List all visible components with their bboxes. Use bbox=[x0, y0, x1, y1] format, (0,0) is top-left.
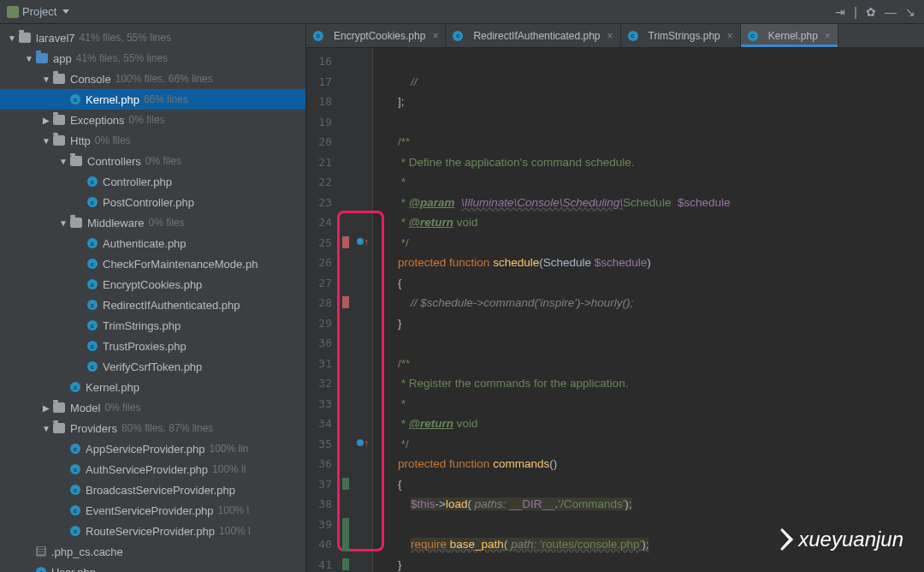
tree-row[interactable]: cKernel.php bbox=[0, 377, 305, 397]
tree-row[interactable]: cBroadcastServiceProvider.php bbox=[0, 480, 305, 500]
folder-icon bbox=[53, 115, 65, 125]
tree-row[interactable]: cVerifyCsrfToken.php bbox=[0, 356, 305, 377]
tree-label: app bbox=[53, 52, 72, 65]
more-icon[interactable]: ↘ bbox=[905, 5, 915, 19]
folder-icon bbox=[70, 156, 82, 166]
tree-row[interactable]: cRedirectIfAuthenticated.php bbox=[0, 295, 305, 315]
close-icon[interactable]: × bbox=[432, 30, 438, 42]
tree-row[interactable]: cEncryptCookies.php bbox=[0, 274, 305, 295]
editor-tabs: cEncryptCookies.php×cRedirectIfAuthentic… bbox=[306, 24, 924, 48]
tree-label: AppServiceProvider.php bbox=[86, 443, 204, 456]
close-icon[interactable]: × bbox=[607, 30, 613, 42]
tree-row[interactable]: ▼Controllers0% files bbox=[0, 151, 305, 171]
file-icon: c bbox=[36, 567, 46, 572]
tree-row[interactable]: cPostController.php bbox=[0, 192, 305, 212]
vcs-gutter: ↑↑ bbox=[337, 48, 373, 572]
tree-row[interactable]: cUser.php bbox=[0, 562, 305, 572]
file-icon: c bbox=[87, 176, 98, 187]
tree-row[interactable]: cController.php bbox=[0, 171, 305, 192]
generic-icon bbox=[36, 546, 46, 557]
collapse-icon[interactable]: ⇥ bbox=[835, 5, 845, 19]
tree-label: PostController.php bbox=[103, 196, 194, 209]
project-tree[interactable]: ▼laravel741% files, 55% lines▼app41% fil… bbox=[0, 24, 306, 572]
folder-icon bbox=[70, 217, 82, 228]
tree-label: TrimStrings.php bbox=[103, 319, 181, 332]
file-icon: c bbox=[70, 505, 80, 515]
tree-row[interactable]: cAuthServiceProvider.php100% li bbox=[0, 459, 305, 480]
tree-row[interactable]: ▶Model0% files bbox=[0, 397, 305, 418]
tree-label: laravel7 bbox=[36, 32, 75, 45]
tree-row[interactable]: .php_cs.cache bbox=[0, 541, 305, 562]
tree-label: TrustProxies.php bbox=[103, 340, 187, 353]
tree-label: Kernel.php bbox=[86, 381, 139, 394]
folder-icon bbox=[53, 135, 65, 146]
code-editor[interactable]: // ]; /** * Define the application's com… bbox=[373, 48, 924, 572]
toolbar: Project ⇥ | ✿ — ↘ bbox=[0, 0, 924, 24]
tree-row[interactable]: cKernel.php66% lines bbox=[0, 89, 305, 110]
tree-label: Exceptions bbox=[70, 114, 125, 127]
editor-tab[interactable]: cRedirectIfAuthenticated.php× bbox=[446, 24, 620, 47]
tree-label: Console bbox=[70, 73, 111, 86]
editor-tab[interactable]: cTrimStrings.php× bbox=[621, 24, 741, 47]
file-icon: c bbox=[87, 300, 98, 310]
editor-tab[interactable]: cEncryptCookies.php× bbox=[306, 24, 446, 47]
tree-row[interactable]: cCheckForMaintenanceMode.ph bbox=[0, 253, 305, 274]
tree-label: Controllers bbox=[87, 155, 141, 168]
tree-label: Authenticate.php bbox=[103, 237, 187, 250]
tab-label: Kernel.php bbox=[768, 30, 818, 42]
file-icon: c bbox=[70, 382, 80, 392]
folder-icon bbox=[53, 74, 65, 84]
file-icon: c bbox=[87, 361, 98, 372]
tree-row[interactable]: ▼Providers80% files, 87% lines bbox=[0, 418, 305, 438]
toolbar-icons: ⇥ | ✿ — ↘ bbox=[826, 5, 924, 19]
tree-label: Kernel.php bbox=[86, 93, 139, 106]
tree-label: Model bbox=[70, 402, 100, 414]
watermark: xueyuanjun bbox=[771, 527, 903, 551]
chevron-down-icon bbox=[62, 9, 69, 14]
divider: | bbox=[854, 5, 857, 19]
file-icon: c bbox=[313, 31, 323, 41]
tree-row[interactable]: cRouteServiceProvider.php100% l bbox=[0, 521, 305, 541]
tree-row[interactable]: ▶Exceptions0% files bbox=[0, 110, 305, 130]
tree-row[interactable]: cTrimStrings.php bbox=[0, 315, 305, 336]
tree-label: VerifyCsrfToken.php bbox=[103, 360, 202, 373]
tree-label: BroadcastServiceProvider.php bbox=[86, 484, 235, 497]
close-icon[interactable]: × bbox=[825, 30, 831, 42]
file-icon: c bbox=[70, 485, 80, 495]
tree-row[interactable]: ▼app41% files, 55% lines bbox=[0, 48, 305, 69]
folder-icon bbox=[53, 423, 65, 433]
tree-label: CheckForMaintenanceMode.ph bbox=[103, 258, 258, 271]
tree-row[interactable]: ▼Http0% files bbox=[0, 130, 305, 151]
folder-icon bbox=[19, 33, 31, 43]
tree-row[interactable]: ▼Console100% files, 66% lines bbox=[0, 69, 305, 89]
tree-label: Http bbox=[70, 134, 91, 147]
tree-row[interactable]: cEventServiceProvider.php100% l bbox=[0, 500, 305, 521]
tree-label: EventServiceProvider.php bbox=[86, 504, 214, 517]
tab-label: RedirectIfAuthenticated.php bbox=[473, 30, 600, 42]
close-icon[interactable]: × bbox=[727, 30, 733, 42]
file-icon: c bbox=[70, 464, 80, 474]
tree-label: User.php bbox=[51, 566, 96, 573]
folder-icon bbox=[53, 402, 65, 413]
tree-row[interactable]: cAppServiceProvider.php100% lin bbox=[0, 438, 305, 459]
settings-icon[interactable]: ✿ bbox=[866, 5, 876, 19]
tree-row[interactable]: ▼Middleware0% files bbox=[0, 212, 305, 233]
file-icon: c bbox=[87, 341, 98, 351]
file-icon: c bbox=[87, 320, 98, 331]
editor-tab[interactable]: cKernel.php× bbox=[741, 24, 838, 47]
file-icon: c bbox=[70, 444, 80, 454]
file-icon: c bbox=[453, 31, 463, 41]
file-icon: c bbox=[70, 526, 80, 536]
tree-row[interactable]: ▼laravel741% files, 55% lines bbox=[0, 27, 305, 48]
file-icon: c bbox=[70, 94, 80, 104]
file-icon: c bbox=[87, 197, 98, 207]
tree-row[interactable]: cTrustProxies.php bbox=[0, 336, 305, 356]
file-icon: c bbox=[87, 238, 98, 248]
line-numbers: 16 17 18 19 20 21 22 23 24 25 26 27 28 2… bbox=[306, 48, 337, 572]
project-selector[interactable]: Project bbox=[0, 0, 76, 23]
tree-label: Providers bbox=[70, 422, 117, 435]
tree-row[interactable]: cAuthenticate.php bbox=[0, 233, 305, 253]
project-label: Project bbox=[22, 5, 56, 18]
project-icon bbox=[7, 6, 19, 18]
minimize-icon[interactable]: — bbox=[885, 5, 897, 19]
